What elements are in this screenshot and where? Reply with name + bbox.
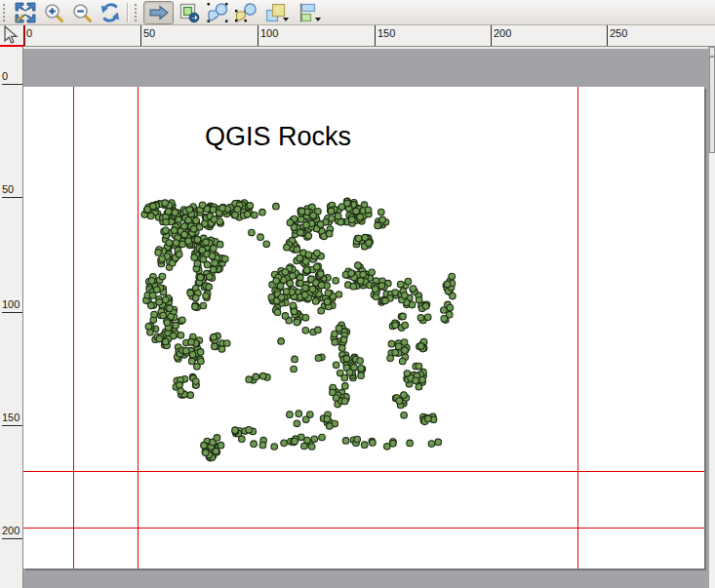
map-point-symbol	[294, 420, 300, 427]
map-point-symbol	[194, 260, 201, 267]
map-point-symbol	[203, 293, 210, 299]
map-point-symbol	[308, 444, 315, 451]
h-ruler-tick-label: 50	[143, 27, 155, 39]
select-move-item-button[interactable]	[143, 1, 174, 24]
raise-selected-items-button[interactable]	[260, 1, 291, 24]
zoom-out-button[interactable]	[68, 1, 95, 24]
vertical-guide-line[interactable]	[73, 87, 74, 568]
map-point-symbol	[311, 436, 318, 443]
map-point-symbol	[388, 340, 395, 347]
map-point-symbol	[428, 441, 435, 448]
map-point-symbol	[397, 281, 404, 288]
vertical-guide-line[interactable]	[577, 87, 578, 568]
map-point-symbol	[425, 415, 432, 422]
map-point-symbol	[186, 207, 193, 214]
group-items-button[interactable]	[204, 1, 230, 24]
vertical-guide-line[interactable]	[138, 87, 139, 568]
map-point-symbol	[281, 440, 288, 447]
horizontal-guide-line[interactable]	[23, 471, 704, 472]
map-point-symbol	[223, 340, 230, 347]
map-point-symbol	[179, 317, 186, 324]
map-point-symbol	[395, 343, 402, 350]
h-ruler-tick-label: 250	[610, 27, 627, 39]
v-ruler-tick-label: 0	[2, 70, 8, 82]
move-item-content-button[interactable]	[176, 1, 202, 24]
map-point-symbol	[200, 302, 207, 309]
map-point-symbol	[150, 203, 157, 210]
map-point-symbol	[396, 398, 403, 405]
map-point-symbol	[218, 346, 225, 353]
map-point-symbol	[365, 207, 372, 214]
map-point-symbol	[234, 206, 241, 213]
zoom-full-icon	[15, 2, 36, 23]
map-point-symbol	[324, 416, 331, 423]
map-point-symbol	[335, 214, 341, 220]
map-point-symbol	[148, 302, 155, 309]
map-point-symbol	[355, 262, 362, 269]
v-ruler-tick	[2, 84, 22, 85]
map-point-symbol	[259, 209, 266, 216]
map-point-symbol	[402, 322, 409, 329]
map-point-symbol	[342, 438, 349, 445]
map-point-symbol	[291, 308, 298, 315]
scrollbar-thumb[interactable]	[709, 57, 715, 153]
map-point-symbol	[329, 216, 336, 222]
composer-title-label[interactable]: QGIS Rocks	[205, 122, 351, 152]
zoom-in-button[interactable]	[40, 1, 66, 24]
map-point-symbol	[278, 338, 285, 345]
map-point-symbol	[315, 355, 322, 362]
map-point-symbol	[318, 307, 325, 314]
map-point-symbol	[303, 221, 310, 228]
v-ruler-tick-label: 50	[2, 183, 14, 195]
map-point-symbol	[290, 302, 297, 309]
map-point-symbol	[155, 250, 162, 256]
map-point-symbol	[417, 343, 424, 350]
map-point-symbol	[198, 358, 205, 365]
qgis-print-composer-window: 050100150200250 050100150200 QGIS Rocks	[0, 0, 715, 588]
map-point-symbol	[182, 348, 189, 355]
map-point-symbol	[211, 246, 218, 253]
map-point-symbol	[302, 258, 309, 265]
map-point-symbol	[151, 311, 158, 318]
map-point-symbol	[214, 435, 220, 442]
map-point-symbol	[212, 343, 218, 350]
refresh-view-button[interactable]	[97, 1, 123, 24]
map-point-symbol	[211, 333, 218, 340]
map-point-symbol	[187, 392, 194, 399]
composition-canvas[interactable]: QGIS Rocks	[23, 47, 708, 588]
v-ruler-tick-label: 100	[2, 298, 20, 310]
map-point-symbol	[217, 218, 223, 225]
h-ruler-tick	[258, 25, 258, 46]
horizontal-guide-line[interactable]	[23, 528, 704, 529]
map-point-symbol	[387, 355, 394, 362]
horizontal-ruler[interactable]: 050100150200250	[23, 25, 715, 47]
map-point-symbol	[307, 412, 314, 418]
map-point-symbol	[401, 412, 408, 419]
paper-page[interactable]: QGIS Rocks	[23, 87, 704, 568]
map-point-symbol	[302, 315, 309, 322]
toolbar-drag-handle[interactable]	[3, 4, 7, 21]
zoom-out-icon	[71, 2, 93, 23]
group-items-icon	[206, 2, 229, 23]
align-selected-items-button[interactable]	[293, 1, 323, 24]
map-point-symbol	[163, 338, 170, 345]
map-point-symbol	[357, 214, 364, 220]
map-point-symbol	[251, 441, 258, 448]
map-item[interactable]	[23, 87, 704, 568]
map-point-symbol	[332, 331, 338, 337]
map-point-symbol	[372, 286, 378, 293]
map-point-symbol	[378, 283, 385, 290]
scrollbar-up-button[interactable]	[709, 47, 715, 57]
vertical-scrollbar[interactable]	[708, 47, 715, 588]
map-point-symbol	[392, 290, 399, 296]
map-point-symbol	[332, 339, 338, 346]
map-point-symbol	[287, 219, 294, 226]
select-arrow-icon	[147, 2, 171, 23]
map-point-symbol	[292, 356, 298, 363]
vertical-ruler[interactable]: 050100150200	[0, 47, 23, 588]
map-point-symbol	[301, 292, 308, 298]
ungroup-items-button[interactable]	[232, 1, 258, 24]
toolbar-drag-handle-2[interactable]	[135, 4, 139, 21]
zoom-full-button[interactable]	[12, 1, 38, 24]
map-point-symbol	[402, 293, 409, 299]
